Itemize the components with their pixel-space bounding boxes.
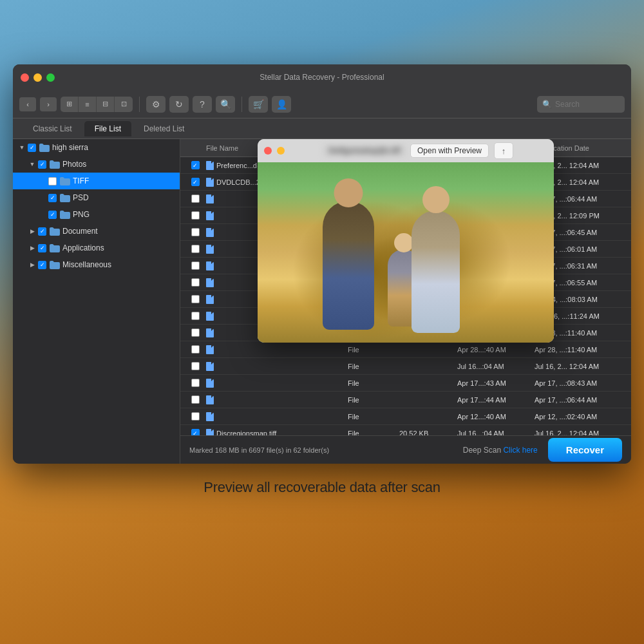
sidebar-item-photos[interactable]: ▼ ✓ Photos: [13, 156, 180, 173]
checkbox-applications[interactable]: ✓: [38, 244, 46, 252]
column-view-button[interactable]: ⊟: [97, 97, 115, 112]
child-head: [394, 233, 413, 252]
deep-scan-label: Deep Scan: [463, 446, 501, 455]
person-1: [323, 201, 374, 330]
sidebar-item-high-sierra[interactable]: ▼ ✓ high sierra: [13, 139, 180, 156]
status-text: Marked 168 MB in 6697 file(s) in 62 fold…: [189, 446, 329, 454]
search-area: 🔍: [537, 96, 625, 113]
disclosure-arrow-tiff: [39, 177, 46, 185]
sidebar: ▼ ✓ high sierra ▼ ✓ Photos: [13, 139, 180, 464]
maximize-button[interactable]: [46, 73, 55, 82]
sidebar-label-tiff: TIFF: [73, 176, 89, 185]
share-button[interactable]: ↑: [494, 142, 513, 159]
main-content: ▼ ✓ high sierra ▼ ✓ Photos: [13, 139, 631, 464]
scan-button[interactable]: 🔍: [216, 96, 235, 113]
recover-button[interactable]: Recover: [548, 438, 622, 462]
refresh-button[interactable]: ↻: [169, 96, 189, 113]
row-checkbox[interactable]: ✓: [180, 161, 204, 169]
sidebar-label-applications: Applications: [62, 243, 104, 252]
person-head-2: [422, 186, 450, 213]
sidebar-label-high-sierra: high sierra: [52, 143, 88, 152]
search-icon: 🔍: [542, 100, 552, 109]
folder-icon-png: [60, 211, 70, 219]
sidebar-item-document[interactable]: ▶ ✓ Document: [13, 223, 180, 240]
sidebar-label-psd: PSD: [73, 193, 89, 202]
table-row[interactable]: File Jul 16...:04 AM Jul 16, 2... 12:04 …: [180, 358, 631, 375]
disclosure-arrow-misc: ▶: [28, 261, 36, 269]
checkbox-png[interactable]: ✓: [48, 211, 57, 219]
disclosure-arrow: ▼: [18, 144, 26, 151]
table-row[interactable]: File Apr 17...:43 AM Apr 17, ...:08:43 A…: [180, 375, 631, 392]
search-input[interactable]: [555, 100, 620, 109]
sidebar-item-miscellaneous[interactable]: ▶ ✓ Miscellaneous: [13, 256, 180, 273]
preview-titlebar: thefiguresetup@x.tiff Open with Preview …: [258, 139, 554, 162]
folder-icon: [39, 144, 50, 152]
tab-file-list[interactable]: File List: [84, 121, 131, 137]
list-view-button[interactable]: ≡: [79, 97, 97, 112]
checkbox-tiff[interactable]: ✓: [48, 177, 57, 185]
forward-button[interactable]: ›: [40, 97, 57, 111]
checkbox-photos[interactable]: ✓: [38, 160, 46, 169]
preview-popup: thefiguresetup@x.tiff Open with Preview …: [258, 139, 554, 343]
preview-minimize-button[interactable]: [277, 147, 285, 155]
bottom-caption: Preview all recoverable data after scan: [204, 479, 440, 496]
table-row[interactable]: ✓ Discregionsmap.tiff File 20.52 KB Jul …: [180, 425, 631, 435]
separator-2: [242, 97, 242, 112]
sidebar-item-psd[interactable]: ✓ PSD: [13, 189, 180, 206]
window-title: Stellar Data Recovery - Professional: [260, 73, 384, 82]
sidebar-label-photos: Photos: [62, 160, 86, 169]
sidebar-item-tiff[interactable]: ✓ TIFF: [13, 173, 180, 189]
close-button[interactable]: [21, 73, 29, 82]
help-button[interactable]: ?: [193, 96, 212, 113]
user-button[interactable]: 👤: [272, 96, 291, 113]
grid-view-button[interactable]: ⊞: [61, 97, 79, 112]
settings-button[interactable]: ⚙: [146, 96, 166, 113]
view-group: ⊞ ≡ ⊟ ⊡: [61, 97, 133, 112]
table-row[interactable]: File Apr 12...:40 AM Apr 12, ...:02:40 A…: [180, 408, 631, 425]
cart-button[interactable]: 🛒: [249, 96, 268, 113]
deep-scan-area: Deep Scan Click here: [463, 446, 538, 455]
folder-icon-document: [50, 227, 60, 236]
open-with-preview-button[interactable]: Open with Preview: [410, 144, 489, 158]
toolbar: ‹ › ⊞ ≡ ⊟ ⊡ ⚙ ↻ ? 🔍 🛒 👤 🔍: [13, 90, 631, 118]
person-head-1: [334, 178, 363, 207]
disclosure-arrow-psd: [39, 194, 46, 202]
folder-icon-applications: [50, 244, 60, 252]
app-window: Stellar Data Recovery - Professional ‹ ›…: [13, 64, 631, 464]
status-bar: Marked 168 MB in 6697 file(s) in 62 fold…: [180, 435, 631, 464]
minimize-button[interactable]: [33, 73, 42, 82]
sidebar-item-png[interactable]: ✓ PNG: [13, 206, 180, 223]
preview-image: [258, 162, 554, 343]
checkbox-miscellaneous[interactable]: ✓: [38, 261, 46, 269]
preview-close-button[interactable]: [264, 147, 272, 155]
tab-classic-list[interactable]: Classic List: [23, 121, 82, 137]
click-here-link[interactable]: Click here: [503, 446, 537, 455]
table-row[interactable]: File Apr 17...:44 AM Apr 17, ...:06:44 A…: [180, 392, 631, 408]
open-with-preview-label: Open with Preview: [417, 146, 482, 155]
tab-bar: Classic List File List Deleted List: [13, 118, 631, 139]
folder-icon-psd: [60, 194, 70, 202]
share-icon: ↑: [502, 146, 506, 156]
title-bar: Stellar Data Recovery - Professional: [13, 64, 631, 90]
back-button[interactable]: ‹: [19, 97, 36, 111]
row-checkbox[interactable]: ✓: [180, 178, 204, 186]
checkbox-document[interactable]: ✓: [38, 227, 46, 236]
table-row[interactable]: File Apr 28...:40 AM Apr 28, ...:11:40 A…: [180, 341, 631, 358]
sidebar-item-applications[interactable]: ▶ ✓ Applications: [13, 240, 180, 256]
disclosure-arrow-applications: ▶: [28, 244, 36, 252]
checkbox-high-sierra[interactable]: ✓: [28, 144, 36, 152]
separator-1: [139, 97, 140, 112]
file-list-panel: File Name Type Size ▲ Creation Date Modi…: [180, 139, 631, 464]
traffic-lights: [21, 73, 55, 82]
sidebar-label-miscellaneous: Miscellaneous: [62, 260, 111, 269]
checkbox-psd[interactable]: ✓: [48, 194, 57, 202]
preview-title-center: thefiguresetup@x.tiff Open with Preview …: [290, 142, 547, 159]
folder-icon-misc: [50, 261, 60, 269]
tab-deleted-list[interactable]: Deleted List: [133, 121, 194, 137]
gallery-view-button[interactable]: ⊡: [115, 97, 133, 112]
disclosure-arrow-photos: ▼: [28, 160, 36, 168]
sidebar-label-png: PNG: [73, 210, 90, 219]
family-photo: [258, 162, 554, 343]
sidebar-label-document: Document: [62, 227, 98, 236]
disclosure-arrow-png: [39, 211, 46, 218]
